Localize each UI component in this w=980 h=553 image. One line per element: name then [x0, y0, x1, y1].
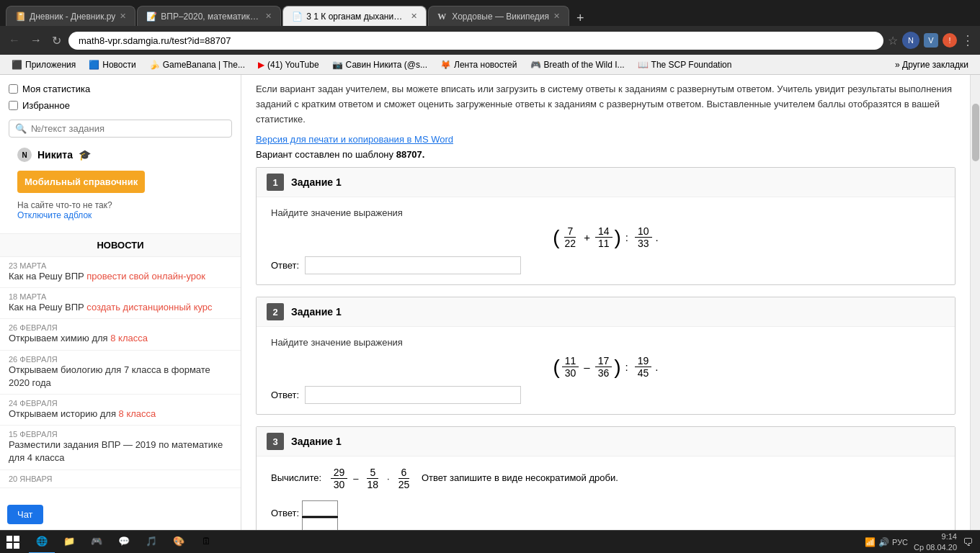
tab-close-vpr[interactable]: ✕ [265, 12, 272, 21]
tab-close-wiki[interactable]: ✕ [553, 12, 560, 21]
bookmark-scp[interactable]: 📖 The SCP Foundation [632, 58, 738, 71]
right-scrollbar[interactable] [970, 75, 980, 530]
frac-14-11: 14 11 [595, 225, 612, 249]
frac-5-18: 5 18 [364, 467, 381, 490]
profile-icon[interactable]: N [902, 32, 919, 49]
tab-label-wiki: Хордовые — Википедия [452, 12, 549, 22]
news-link-2[interactable]: создать дистанционный курс [86, 302, 212, 313]
bookmark-lenta[interactable]: 🦊 Лента новостей [435, 58, 523, 71]
taskbar-app-fl[interactable]: 🎵 [138, 531, 164, 554]
numerator-input-3[interactable] [302, 500, 338, 516]
bookmark-lenta-label: Лента новостей [454, 60, 517, 70]
taskbar-app-chrome[interactable]: 🌐 [29, 531, 55, 554]
denominator-input-3[interactable] [302, 518, 338, 530]
user-name: Никита [37, 149, 73, 161]
news-date-6: 15 ФЕВРАЛЯ [9, 430, 232, 439]
tab-label-current: 3 1 К органам дыхания членисто... [306, 12, 406, 22]
my-stat-label: Моя статистика [22, 84, 90, 94]
notification-icon[interactable]: 🗨 [963, 536, 973, 548]
open-paren-2: ( [553, 356, 559, 379]
answer-input-2[interactable] [305, 386, 521, 404]
refresh-button[interactable]: ↻ [49, 31, 64, 50]
address-bar: ← → ↻ ☆ N V ! ⋮ [0, 26, 980, 55]
lenta-icon: 🦊 [440, 60, 451, 70]
tab-close-dnevnik[interactable]: ✕ [120, 12, 126, 21]
taskbar-app-explorer[interactable]: 📁 [56, 531, 82, 554]
explorer-icon: 📁 [63, 536, 75, 547]
plus-op-1: + [584, 231, 590, 243]
start-button[interactable] [0, 531, 26, 554]
bookmark-news[interactable]: 🟦 Новости [83, 58, 141, 71]
volume-icon: 🔊 [878, 537, 889, 547]
news-link-3[interactable]: 8 класса [110, 333, 148, 343]
chat-button[interactable]: Чат [7, 505, 43, 524]
bookmark-breath-label: Breath of the Wild I... [544, 60, 625, 70]
mobile-handbook-button[interactable]: Мобильный справочник [17, 171, 145, 193]
adblock-link[interactable]: Отключите адблок [17, 210, 92, 220]
div-colon-2: : [625, 361, 628, 373]
close-paren-2: ) [614, 356, 620, 379]
find-text-2: Найдите значение выражения [271, 337, 940, 348]
search-input[interactable] [31, 123, 226, 134]
tab-close-current[interactable]: ✕ [411, 12, 417, 21]
bookmark-youtube[interactable]: ▶ (41) YouTube [252, 58, 325, 71]
tab-wiki[interactable]: W Хордовые — Википедия ✕ [428, 6, 569, 26]
tab-dnevnik[interactable]: 📔 Дневник - Дневник.ру ✕ [6, 6, 135, 26]
my-stat-checkbox[interactable]: Моя статистика [9, 81, 232, 97]
find-text-1: Найдите значение выражения [271, 207, 940, 218]
taskbar-clock: 9:14 Ср 08.04.20 [914, 531, 957, 552]
version-link[interactable]: Версия для печати и копирования в MS Wor… [256, 134, 453, 145]
period-1: . [656, 231, 659, 243]
taskbar-app-steam[interactable]: 🎮 [84, 531, 110, 554]
svg-rect-3 [14, 543, 19, 549]
menu-icon[interactable]: ⋮ [961, 32, 974, 48]
forward-button[interactable]: → [27, 31, 45, 50]
address-input[interactable] [68, 32, 883, 50]
new-tab-button[interactable]: + [571, 11, 590, 26]
minus-op-3: – [353, 473, 358, 484]
taskbar-system-icons: 📶 🔊 РУС [865, 537, 908, 547]
dot-op-3: · [387, 473, 390, 484]
adblock-line1: На сайте что-то не так? [17, 200, 223, 210]
scp-icon: 📖 [638, 60, 649, 70]
frac-10-33: 10 33 [635, 225, 652, 249]
network-icon: 📶 [865, 537, 876, 547]
bookmark-other[interactable]: » Другие закладки [889, 58, 974, 71]
instagram-icon: 📷 [332, 60, 343, 70]
bookmark-gamebanana[interactable]: 🍌 GameBanana | The... [143, 58, 251, 71]
sidebar-search-box[interactable]: 🔍 [9, 120, 232, 138]
tab-icon-vpr: 📝 [146, 12, 156, 22]
taskbar-app-photoshop[interactable]: 🎨 [166, 531, 192, 554]
favorites-checkbox[interactable]: Избранное [9, 97, 232, 114]
favorites-check-input[interactable] [9, 101, 18, 110]
taskbar-app-extra[interactable]: 🗓 [193, 531, 219, 554]
notif-extension-icon[interactable]: ! [943, 33, 957, 48]
frac-6-25: 6 25 [396, 467, 413, 490]
tab-icon-current: 📄 [292, 12, 302, 22]
task-card-1: 1 Задание 1 Найдите значение выражения (… [256, 167, 956, 285]
apps-icon: ⬛ [12, 60, 22, 70]
scrollbar-thumb[interactable] [972, 104, 979, 161]
answer-row-2: Ответ: [271, 386, 940, 404]
taskbar-app-discord[interactable]: 💬 [111, 531, 137, 554]
my-stat-check-input[interactable] [9, 84, 18, 94]
tab-vpr[interactable]: 📝 ВПР–2020, математика–8: зада... ✕ [137, 6, 281, 26]
tab-icon-dnevnik: 📔 [15, 12, 25, 22]
vk-extension-icon[interactable]: V [924, 33, 938, 48]
news-link-5[interactable]: 8 класса [119, 408, 156, 419]
back-button[interactable]: ← [6, 31, 23, 50]
frac-answer-box-3 [302, 500, 338, 530]
fl-icon: 🎵 [146, 536, 157, 547]
bookmark-star-icon[interactable]: ☆ [888, 34, 898, 48]
extra-icon: 🗓 [202, 536, 211, 547]
bookmark-breath[interactable]: 🎮 Breath of the Wild I... [525, 58, 631, 71]
tab-label-dnevnik: Дневник - Дневник.ру [30, 12, 115, 22]
task-num-3: 3 [267, 433, 284, 450]
bookmark-instagram[interactable]: 📷 Савин Никита (@s... [326, 58, 433, 71]
answer-input-1[interactable] [305, 256, 521, 274]
bookmark-apps[interactable]: ⬛ Приложения [6, 58, 81, 71]
adblock-notice: На сайте что-то не так? Отключите адблок [17, 197, 223, 223]
steam-icon: 🎮 [91, 536, 102, 547]
news-link-1[interactable]: провести свой онлайн-урок [86, 271, 205, 282]
tab-current[interactable]: 📄 3 1 К органам дыхания членисто... ✕ [282, 6, 427, 26]
